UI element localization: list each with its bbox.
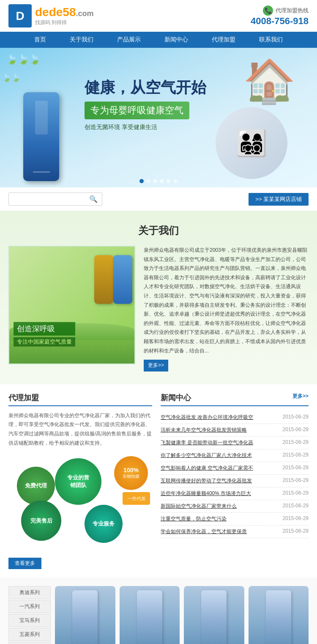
news-date-1: 2015-06-29 [283, 427, 309, 434]
news-date-2: 2015-06-29 [283, 439, 309, 446]
news-item: 你了解多少空气净化器厂家八大净化技术2015-06-29 [161, 449, 309, 462]
banner: 🍃🍃🍃 🍃🍃 健康，从空气开始 专为母婴呼吸健康空气 创造无菌环境 享受健康生活… [0, 48, 317, 187]
news-item: 学会如何保养净化器，空气才能更保质2015-06-29 [161, 526, 309, 538]
main-nav: 首页 关于我们 产品展示 新闻中心 代理加盟 联系我们 [0, 32, 317, 48]
products-row-0: 弄众空气1530F5净化器批发 ea... 窗纱 弄绿aaaaaafefeat … [55, 586, 309, 644]
circle-service: 专业服务 [85, 505, 123, 543]
banner-subtitle: 专为母婴呼吸健康空气 [85, 102, 189, 119]
news-more-link[interactable]: 更多>> [292, 393, 309, 400]
news-title-7[interactable]: 新国际始空气净化器厂家带来什么 [161, 503, 262, 510]
banner-desc: 创造无菌环境 享受健康生活 [85, 124, 206, 131]
badge-100: 100%实物拍摄 [114, 456, 148, 490]
news-title-8[interactable]: 注重空气质量，防止空气污染 [161, 515, 262, 523]
dot-6[interactable] [173, 179, 178, 183]
news-date-3: 2015-06-29 [283, 452, 309, 459]
phone-icon: 📞 [263, 6, 273, 16]
about-img-headline: 创造深呼吸 [14, 322, 75, 336]
about-img-sub: 专注中国家庭空气质量 [14, 337, 75, 347]
product-sidebar: 奥迪系列一汽系列宝马系列五菱系列奔驰系列铃代系列本田系列长安系列长城系列东风系列… [8, 586, 51, 644]
news-date-7: 2015-06-29 [283, 503, 309, 510]
news-title: 更多>> 新闻中心 [161, 393, 309, 406]
sidebar-item-4[interactable]: 奔驰系列 [8, 642, 51, 644]
banner-title: 健康，从空气开始 [85, 77, 206, 98]
dot-2[interactable] [146, 179, 150, 183]
agency-desc: 泉州师众电器有限公司专业的空气净化器厂家，为加入我们的代理，即可享受空气净化器批… [8, 411, 152, 448]
news-title-0[interactable]: 空气净化器批发 改善办公环境净化呼吸空 [161, 414, 262, 421]
dot-1[interactable] [139, 179, 144, 183]
agency-title: 代理加盟 [8, 393, 152, 406]
nav-agency[interactable]: 代理加盟 [200, 32, 247, 48]
sidebar-item-2[interactable]: 宝马系列 [8, 614, 51, 627]
nav-products[interactable]: 产品展示 [105, 32, 153, 48]
news-title-2[interactable]: 飞製健康李 是否能带动新一批空气净化器 [161, 439, 262, 446]
product-img-0-0 [55, 586, 115, 644]
hotline: 📞 代理加盟热线 4008-756-918 [251, 6, 309, 27]
products-grid: 弄众空气1530F5净化器批发 ea... 窗纱 弄绿aaaaaafefeat … [55, 586, 309, 644]
circle-after: 完美售后 [21, 501, 61, 541]
news-title-9[interactable]: 学会如何保养净化器，空气才能更保质 [161, 528, 262, 535]
about-text: 泉州师众电器有限公司成立于2003年，位于环境优美的泉州市惠安县螺阳镇东风工业区… [144, 246, 309, 372]
news-list: 空气净化器批发 改善办公环境净化呼吸空2015-06-29活析未来几年空气净化器… [161, 411, 309, 538]
store-button[interactable]: >> 某某某网店店铺 [249, 193, 309, 206]
news-block: 更多>> 新闻中心 空气净化器批发 改善办公环境净化呼吸空2015-06-29活… [161, 393, 309, 569]
search-input-wrap: 🔍 [8, 193, 102, 206]
news-title-5[interactable]: 互联网传播使好的带动了空气净化器批发 [161, 477, 262, 484]
see-more-button[interactable]: 查看更多 [8, 558, 41, 569]
news-item: 近些年净化器睡量额400% 市场潜力巨大2015-06-29 [161, 487, 309, 500]
search-input[interactable] [9, 194, 85, 204]
news-title-6[interactable]: 近些年净化器睡量额400% 市场潜力巨大 [161, 490, 262, 497]
product-img-0-1 [120, 586, 180, 644]
circle-free: 免费代理 [17, 467, 55, 505]
circles-area: 免费代理 专业的营销团队 完美售后 专业服务 100%实物拍摄 一件代发 [8, 454, 152, 556]
product-card-0-1[interactable]: 窗纱 弄绿aaaaaafefeat 三层活性炭 [120, 586, 180, 644]
news-item: 空气净化器批发 改善办公环境净化呼吸空2015-06-29 [161, 411, 309, 424]
header: D dede58.com 找源码 到得得 📞 代理加盟热线 4008-756-9… [0, 0, 317, 32]
circle-pro: 专业的营销团队 [55, 458, 101, 505]
nav-about[interactable]: 关于我们 [58, 32, 105, 48]
hotline-number: 4008-756-918 [251, 16, 309, 27]
news-title-4[interactable]: 空气影响着人的健康 空气净化器厂家需不 [161, 465, 262, 472]
about-more-button[interactable]: 更多>> [144, 360, 168, 372]
logo-name: dede58.com [35, 6, 94, 19]
news-item: 新国际始空气净化器厂家带来什么2015-06-29 [161, 500, 309, 513]
news-date-8: 2015-06-29 [283, 515, 309, 523]
sidebar-item-3[interactable]: 五菱系列 [8, 628, 51, 641]
logo-slogan: 找源码 到得得 [35, 19, 94, 26]
hotline-label-text: 代理加盟热线 [276, 7, 309, 14]
dot-5[interactable] [167, 179, 171, 183]
logo-icon: D [8, 4, 32, 28]
dot-3[interactable] [153, 179, 157, 183]
search-button[interactable]: 🔍 [85, 193, 102, 205]
news-title-3[interactable]: 你了解多少空气净化器厂家八大净化技术 [161, 452, 262, 459]
product-card-0-0[interactable]: 弄众空气1530F5净化器批发 ea... [55, 586, 115, 644]
banner-dots [139, 179, 178, 183]
nav-home[interactable]: 首页 [22, 32, 58, 48]
sidebar-item-0[interactable]: 奥迪系列 [8, 586, 51, 599]
news-item: 互联网传播使好的带动了空气净化器批发2015-06-29 [161, 475, 309, 487]
nav-news[interactable]: 新闻中心 [153, 32, 200, 48]
product-card-0-2[interactable]: 窗纱 弄绿B200汽车-dadsda法网 三 [184, 586, 244, 644]
logo-area: D dede58.com 找源码 到得得 [8, 4, 94, 28]
about-content: 创造深呼吸 专注中国家庭空气质量 泉州师众电器有限公司成立于2003年，位于环境… [8, 246, 309, 372]
news-item: 空气影响着人的健康 空气净化器厂家需不2015-06-29 [161, 462, 309, 475]
badge-ofa: 一件代发 [123, 492, 150, 505]
news-item: 飞製健康李 是否能带动新一批空气净化器2015-06-29 [161, 437, 309, 449]
nav-contact[interactable]: 联系我们 [247, 32, 295, 48]
news-title-1[interactable]: 活析未来几年空气净化器批发营销策略 [161, 427, 262, 434]
news-item: 活析未来几年空气净化器批发营销策略2015-06-29 [161, 424, 309, 437]
news-item: 注重空气质量，防止空气污染2015-06-29 [161, 513, 309, 526]
news-date-6: 2015-06-29 [283, 490, 309, 497]
about-section: 关于我们 创造深呼吸 专注中国家庭空气质量 泉州师众电器有限公司成立于2003年… [0, 211, 317, 384]
logo-text: dede58.com 找源码 到得得 [35, 6, 94, 26]
about-title: 关于我们 [8, 224, 309, 237]
search-bar: 🔍 >> 某某某网店店铺 [0, 187, 317, 211]
product-img-0-3 [249, 586, 309, 644]
news-date-5: 2015-06-29 [283, 477, 309, 484]
news-date-4: 2015-06-29 [283, 465, 309, 472]
news-date-0: 2015-06-29 [283, 414, 309, 421]
about-image-text: 创造深呼吸 专注中国家庭空气质量 [14, 322, 75, 347]
sidebar-item-1[interactable]: 一汽系列 [8, 600, 51, 613]
agency-block: 代理加盟 泉州师众电器有限公司专业的空气净化器厂家，为加入我们的代理，即可享受空… [8, 393, 152, 569]
dot-4[interactable] [160, 179, 164, 183]
product-card-0-3[interactable]: 弄众空气净化tte发 降甲醛PM2 [249, 586, 309, 644]
